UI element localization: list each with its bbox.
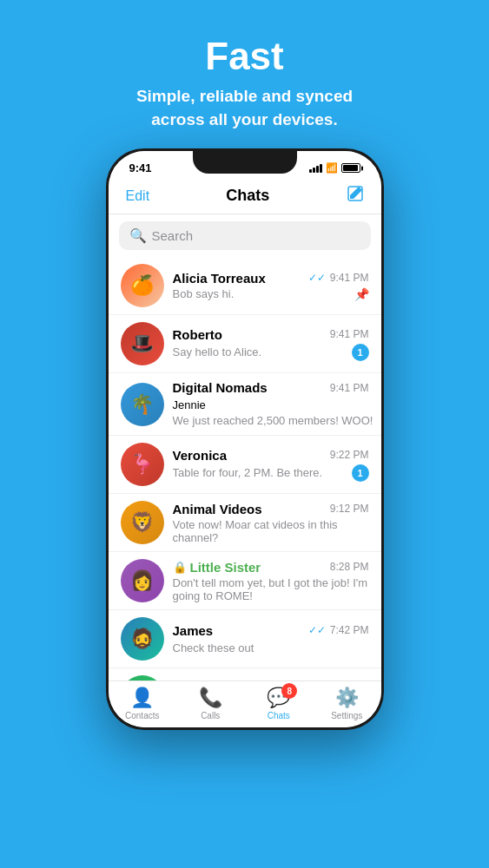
avatar-alicia: 🍊 xyxy=(121,264,164,307)
chat-name-veronica: Veronica xyxy=(173,448,228,463)
chat-preview-animal: Vote now! Moar cat videos in this channe… xyxy=(173,518,369,544)
avatar-animal: 🦁 xyxy=(121,501,164,544)
chats-icon-wrapper: 💬 8 xyxy=(267,687,290,709)
chat-preview-alicia: Bob says hi. xyxy=(173,287,354,300)
navigation-bar: Edit Chats xyxy=(109,178,381,214)
wifi-icon: 📶 xyxy=(326,162,338,174)
chat-name-sister: Little Sister xyxy=(190,560,261,575)
contacts-icon: 👤 xyxy=(130,687,154,709)
chat-item-nomads[interactable]: 🌴 Digital Nomads 9:41 PM Jennie We just … xyxy=(109,373,381,436)
chat-name-roberto: Roberto xyxy=(173,327,223,342)
edit-button[interactable]: Edit xyxy=(126,188,150,204)
search-bar[interactable]: 🔍 Search xyxy=(119,221,371,250)
badge-veronica: 1 xyxy=(352,464,369,482)
calls-icon: 📞 xyxy=(199,687,222,709)
chat-time-animal: 9:12 PM xyxy=(330,503,369,515)
search-placeholder: Search xyxy=(152,228,194,243)
chat-content-veronica: Veronica 9:22 PM Table for four, 2 PM. B… xyxy=(173,448,369,482)
chat-time-roberto: 9:41 PM xyxy=(330,328,369,340)
chat-preview-james: Check these out xyxy=(173,641,254,654)
search-icon: 🔍 xyxy=(129,227,147,244)
chat-item-roberto[interactable]: 🎩 Roberto 9:41 PM Say hello to Alice. 1 xyxy=(109,315,381,373)
tab-settings[interactable]: ⚙️ Settings xyxy=(313,687,381,720)
chat-item-james[interactable]: 🧔 James ✓✓ 7:42 PM Check these out xyxy=(109,610,381,668)
phone-notch xyxy=(193,151,297,174)
chat-time-sister: 8:28 PM xyxy=(330,561,369,573)
status-icons: 📶 xyxy=(309,162,360,174)
battery-icon xyxy=(341,163,360,173)
tab-contacts[interactable]: 👤 Contacts xyxy=(109,687,177,720)
chat-item-animal[interactable]: 🦁 Animal Videos 9:12 PM Vote now! Moar c… xyxy=(109,494,381,552)
tab-label-calls: Calls xyxy=(201,711,220,720)
chat-time-veronica: 9:22 PM xyxy=(330,449,369,461)
double-check-james: ✓✓ xyxy=(308,624,326,636)
chat-preview-nomads: We just reached 2,500 members! WOO! xyxy=(173,414,373,427)
chat-content-roberto: Roberto 9:41 PM Say hello to Alice. 1 xyxy=(173,327,369,361)
avatar-roberto: 🎩 xyxy=(121,322,164,365)
chat-preview-veronica: Table for four, 2 PM. Be there. xyxy=(173,466,352,479)
nav-title: Chats xyxy=(226,187,269,205)
tab-calls[interactable]: 📞 Calls xyxy=(176,687,245,720)
chat-item-alicia[interactable]: 🍊 Alicia Torreaux ✓✓ 9:41 PM Bob says hi… xyxy=(109,257,381,315)
tab-label-settings: Settings xyxy=(331,711,362,720)
chat-name-james: James xyxy=(173,623,214,638)
pin-icon: 📌 xyxy=(354,287,369,301)
avatar-james: 🧔 xyxy=(121,617,164,661)
chat-name-alicia: Alicia Torreaux xyxy=(173,271,266,286)
hero-title: Fast xyxy=(136,35,353,78)
badge-roberto: 1 xyxy=(352,344,369,361)
avatar-sister: 👩 xyxy=(121,559,164,602)
phone-screen: 9:41 📶 Edit Chats xyxy=(109,151,381,727)
chat-name-animal: Animal Videos xyxy=(173,502,262,516)
sender-nomads: Jennie xyxy=(173,398,206,411)
chat-item-sister[interactable]: 👩 🔒 Little Sister 8:28 PM Don't tell mom… xyxy=(109,552,381,610)
status-time: 9:41 xyxy=(129,161,152,174)
tab-label-contacts: Contacts xyxy=(125,711,159,720)
chat-time-nomads: 9:41 PM xyxy=(330,382,369,394)
phone-device: 9:41 📶 Edit Chats xyxy=(106,148,384,730)
chat-content-alicia: Alicia Torreaux ✓✓ 9:41 PM Bob says hi. … xyxy=(173,271,369,301)
tab-chats[interactable]: 💬 8 Chats xyxy=(245,687,314,720)
chats-badge: 8 xyxy=(281,683,297,699)
chat-list: 🍊 Alicia Torreaux ✓✓ 9:41 PM Bob says hi… xyxy=(109,257,381,681)
tab-label-chats: Chats xyxy=(268,711,290,720)
hero-subtitle: Simple, reliable and syncedacross all yo… xyxy=(136,85,353,131)
avatar-veronica: 🦩 xyxy=(121,443,164,486)
chat-content-sister: 🔒 Little Sister 8:28 PM Don't tell mom y… xyxy=(173,560,369,602)
chat-name-nomads: Digital Nomads xyxy=(173,380,268,395)
avatar-nomads: 🌴 xyxy=(121,383,164,426)
chat-item-veronica[interactable]: 🦩 Veronica 9:22 PM Table for four, 2 PM.… xyxy=(109,436,381,494)
compose-button[interactable] xyxy=(347,185,364,207)
chat-time-james: 7:42 PM xyxy=(330,624,369,636)
chat-time-alicia: 9:41 PM xyxy=(330,272,369,284)
signal-icon xyxy=(309,164,322,173)
double-check-icon: ✓✓ xyxy=(308,272,326,284)
hero-section: Fast Simple, reliable and syncedacross a… xyxy=(110,0,379,148)
chat-content-nomads: Digital Nomads 9:41 PM Jennie We just re… xyxy=(173,380,369,428)
chat-content-animal: Animal Videos 9:12 PM Vote now! Moar cat… xyxy=(173,502,369,544)
chat-content-james: James ✓✓ 7:42 PM Check these out xyxy=(173,623,369,655)
settings-icon: ⚙️ xyxy=(335,687,359,709)
chat-item-study[interactable]: 🦉 Study Group 7:36 PM Emma xyxy=(109,668,381,681)
tab-bar: 👤 Contacts 📞 Calls 💬 8 Chats ⚙️ Settings xyxy=(109,681,381,727)
chat-preview-roberto: Say hello to Alice. xyxy=(173,345,352,358)
lock-icon: 🔒 xyxy=(173,561,187,574)
chat-preview-sister: Don't tell mom yet, but I got the job! I… xyxy=(173,576,369,602)
